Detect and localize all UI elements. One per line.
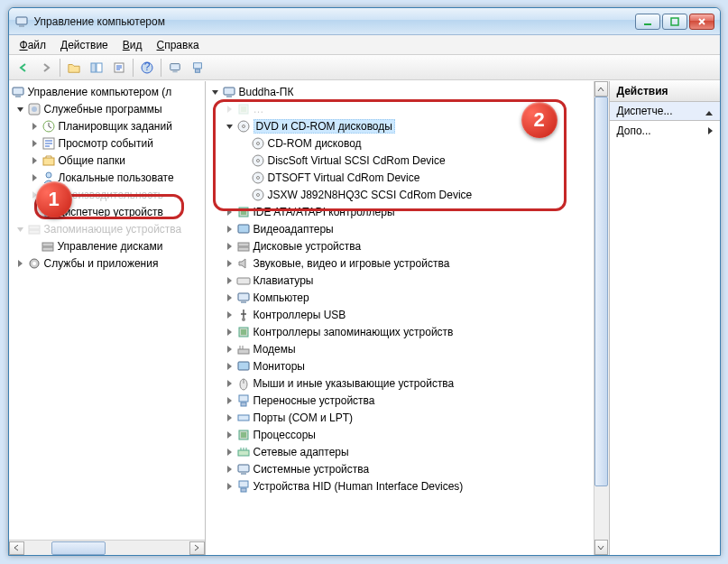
navigation-pane[interactable]: Управление компьютером (л Служебные прог…	[9, 81, 206, 555]
menu-help[interactable]: Справка	[150, 37, 207, 53]
tree-system-tools[interactable]: Служебные программы	[9, 100, 205, 117]
expand-icon[interactable]	[14, 257, 26, 269]
toolbar-up-button[interactable]	[63, 57, 85, 79]
expand-icon[interactable]	[224, 480, 235, 492]
tree-services-apps[interactable]: Службы и приложения	[9, 254, 205, 272]
device-category-disk[interactable]: Дисковые устройства	[206, 237, 609, 254]
minimize-button[interactable]	[635, 14, 660, 30]
expand-icon[interactable]	[224, 411, 235, 423]
modem-icon	[236, 342, 251, 356]
actions-more[interactable]: Допо...	[610, 121, 720, 141]
device-item[interactable]: DiscSoft Virtual SCSI CdRom Device	[206, 152, 609, 169]
expand-icon[interactable]	[29, 120, 41, 132]
tree-local-users[interactable]: Локальные пользовате	[9, 169, 205, 186]
scroll-left-button[interactable]	[9, 541, 24, 555]
expand-icon[interactable]	[224, 309, 235, 320]
expand-icon[interactable]	[29, 154, 41, 166]
tree-device-manager[interactable]: Диспетчер устройств	[9, 203, 205, 220]
close-button[interactable]	[689, 14, 714, 30]
actions-section[interactable]: Диспетче...	[610, 102, 720, 121]
scroll-up-button[interactable]	[594, 81, 608, 97]
collapse-icon[interactable]	[14, 103, 26, 115]
mouse-icon	[236, 376, 251, 391]
cpu-icon	[236, 428, 251, 442]
titlebar[interactable]: Управление компьютером	[9, 8, 720, 35]
portable-device-icon	[236, 393, 251, 408]
device-category-portable[interactable]: Переносные устройства	[206, 392, 609, 409]
device-category-cpu[interactable]: Процессоры	[206, 426, 609, 443]
device-category-monitor[interactable]: Мониторы	[206, 357, 609, 374]
actions-header: Действия	[610, 81, 720, 102]
tree-storage[interactable]: Запоминающие устройства	[9, 220, 205, 237]
device-category-modem[interactable]: Модемы	[206, 340, 609, 357]
device-category-video[interactable]: Видеоадаптеры	[206, 220, 609, 237]
toolbar: ?	[9, 55, 720, 80]
device-category-ports[interactable]: Порты (COM и LPT)	[206, 409, 609, 426]
maximize-button[interactable]	[662, 14, 687, 30]
device-category-hid[interactable]: Устройства HID (Human Interface Devices)	[206, 477, 609, 495]
device-item[interactable]: CD-ROM дисковод	[206, 134, 609, 152]
expand-icon[interactable]	[224, 343, 235, 355]
tree-event-viewer[interactable]: Просмотр событий	[9, 134, 205, 152]
expand-icon[interactable]	[224, 463, 235, 475]
device-item[interactable]: DTSOFT Virtual CdRom Device	[206, 169, 609, 186]
scroll-thumb[interactable]	[594, 97, 608, 486]
menu-action[interactable]: Действие	[53, 37, 115, 53]
expand-icon[interactable]	[29, 189, 41, 200]
scroll-right-button[interactable]	[189, 541, 205, 555]
menu-view[interactable]: Вид	[115, 37, 150, 53]
vertical-scrollbar[interactable]	[594, 81, 609, 555]
device-category-computer[interactable]: Компьютер	[206, 289, 609, 306]
toolbar-forward-button[interactable]	[35, 57, 57, 79]
expand-icon[interactable]	[224, 274, 235, 286]
collapse-icon[interactable]	[224, 120, 235, 132]
scroll-thumb[interactable]	[51, 541, 106, 555]
device-root[interactable]: Buddha-ПК	[206, 83, 609, 100]
expand-icon[interactable]	[224, 291, 235, 303]
cd-icon	[251, 136, 265, 151]
device-category-usb[interactable]: Контроллеры USB	[206, 306, 609, 323]
device-tree-pane[interactable]: Buddha-ПК … DVD и CD-ROM дисководы CD-RO…	[206, 81, 610, 555]
toolbar-show-hide-tree-button[interactable]	[86, 57, 107, 79]
device-category-dvd[interactable]: DVD и CD-ROM дисководы	[206, 117, 609, 134]
scroll-down-button[interactable]	[594, 540, 608, 555]
keyboard-icon	[236, 273, 251, 288]
toolbar-properties-button[interactable]	[108, 57, 130, 79]
expand-icon[interactable]	[224, 223, 235, 235]
device-category-keyboard[interactable]: Клавиатуры	[206, 272, 609, 289]
device-category-mouse[interactable]: Мыши и иные указывающие устройства	[206, 374, 609, 392]
expand-icon[interactable]	[224, 206, 235, 217]
toolbar-scan-button[interactable]	[164, 57, 186, 79]
device-category-network[interactable]: Сетевые адаптеры	[206, 443, 609, 460]
expand-icon[interactable]	[224, 394, 235, 406]
app-icon	[14, 14, 29, 29]
event-icon	[41, 136, 56, 151]
toolbar-help-button[interactable]: ?	[136, 57, 158, 79]
expand-icon[interactable]	[224, 240, 235, 252]
expand-icon[interactable]	[29, 137, 41, 149]
device-category-storage-ctl[interactable]: Контроллеры запоминающих устройств	[206, 323, 609, 340]
collapse-icon[interactable]	[14, 223, 26, 235]
horizontal-scrollbar[interactable]	[9, 540, 205, 555]
device-category-ide[interactable]: IDE ATA/ATAPI контроллеры	[206, 203, 609, 220]
device-category-hidden[interactable]: …	[206, 100, 609, 117]
expand-icon[interactable]	[224, 429, 235, 440]
tree-root[interactable]: Управление компьютером (л	[9, 83, 205, 100]
expand-icon[interactable]	[224, 377, 235, 389]
device-item[interactable]: JSXW J892N8HQ3C SCSI CdRom Device	[206, 186, 609, 203]
device-category-system[interactable]: Системные устройства	[206, 460, 609, 477]
expand-icon[interactable]	[224, 257, 235, 269]
collapse-icon[interactable]	[209, 86, 221, 97]
expand-icon[interactable]	[224, 326, 235, 337]
toolbar-back-button[interactable]	[13, 57, 34, 79]
tree-shared-folders[interactable]: Общие папки	[9, 152, 205, 169]
tree-disk-management[interactable]: Управление дисками	[9, 237, 205, 254]
device-category-sound[interactable]: Звуковые, видео и игровые устройства	[206, 254, 609, 272]
tree-task-scheduler[interactable]: Планировщик заданий	[9, 117, 205, 134]
toolbar-refresh-button[interactable]	[187, 57, 208, 79]
expand-icon[interactable]	[224, 446, 235, 458]
tree-performance[interactable]: Производительность	[9, 186, 205, 203]
expand-icon[interactable]	[29, 171, 41, 183]
expand-icon[interactable]	[224, 360, 235, 372]
menu-file[interactable]: Файл	[13, 37, 54, 53]
